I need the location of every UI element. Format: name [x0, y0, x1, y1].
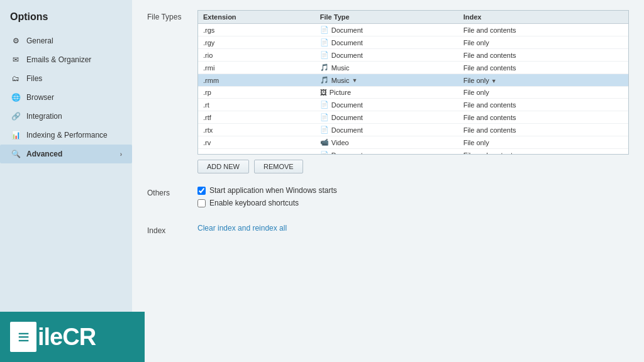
cell-filetype: 📄 Document	[315, 49, 458, 62]
table-row[interactable]: .rmi🎵 MusicFile and contents	[198, 62, 628, 74]
cell-filetype: 📄 Document	[315, 24, 458, 36]
emails-icon: ✉	[10, 54, 21, 65]
table-row[interactable]: .rtx📄 DocumentFile and contents	[198, 124, 628, 136]
col-index: Index	[458, 11, 628, 24]
cell-index: File and contents	[458, 124, 628, 136]
table-row[interactable]: .rgy📄 DocumentFile only	[198, 36, 628, 49]
cell-extension: .rv	[198, 136, 315, 149]
sidebar-item-files[interactable]: 🗂 Files	[0, 69, 132, 88]
start-windows-checkbox[interactable]	[197, 187, 206, 195]
keyboard-label: Enable keyboard shortcuts	[209, 199, 299, 207]
cell-index: File and contents	[458, 62, 628, 74]
remove-button[interactable]: REMOVE	[254, 160, 303, 173]
integration-icon: 🔗	[10, 111, 21, 122]
table-row[interactable]: .rp🖼 PictureFile only	[198, 87, 628, 99]
cell-filetype: 📄 Document	[315, 124, 458, 136]
cell-filetype: 🎵 Music ▼	[315, 74, 458, 87]
table-header-row: Extension File Type Index	[198, 11, 628, 24]
cell-index: File and contents	[458, 24, 628, 36]
start-windows-label: Start application when Windows starts	[209, 186, 337, 195]
cell-filetype: 🎵 Music	[315, 62, 458, 74]
table-row[interactable]: .rmm🎵 Music ▼File only ▼	[198, 74, 628, 87]
sidebar-item-integration[interactable]: 🔗 Integration	[0, 107, 132, 126]
cell-index: File only	[458, 87, 628, 99]
cell-extension: .rtf	[198, 111, 315, 124]
index-section: Index Clear index and reindex all	[147, 224, 629, 235]
cell-index: File and contents	[458, 111, 628, 124]
cell-index: File only	[458, 36, 628, 49]
files-icon: 🗂	[10, 73, 21, 84]
file-types-buttons: ADD NEW REMOVE	[197, 160, 629, 173]
keyboard-checkbox[interactable]	[197, 199, 206, 207]
file-types-content: Extension File Type Index .rgs📄 Document…	[197, 10, 629, 173]
cell-extension: .s	[198, 149, 315, 155]
cell-extension: .rgy	[198, 36, 315, 49]
sidebar-item-label: Files	[26, 74, 122, 83]
sidebar-item-label: Advanced	[26, 150, 120, 158]
chevron-right-icon: ›	[120, 151, 122, 158]
table-row[interactable]: .rgs📄 DocumentFile and contents	[198, 24, 628, 36]
sidebar-item-browser[interactable]: 🌐 Browser	[0, 88, 132, 107]
sidebar-item-label: Emails & Organizer	[26, 55, 122, 64]
others-section: Others Start application when Windows st…	[147, 186, 629, 211]
table-row[interactable]: .rv📹 VideoFile only	[198, 136, 628, 149]
cell-extension: .rmi	[198, 62, 315, 74]
others-content: Start application when Windows starts En…	[197, 186, 629, 211]
cell-index: File only ▼	[458, 74, 628, 87]
main-content: File Types Extension File Type Index .rg…	[132, 0, 644, 362]
sidebar-item-general[interactable]: ⚙ General	[0, 31, 132, 50]
browser-icon: 🌐	[10, 92, 21, 103]
cell-extension: .rmm	[198, 74, 315, 87]
cell-filetype: 📄 Document	[315, 111, 458, 124]
sidebar-item-label: Browser	[26, 93, 122, 102]
cell-extension: .rt	[198, 99, 315, 111]
table-row[interactable]: .s📄 DocumentFile and contents	[198, 149, 628, 155]
sidebar-item-label: Integration	[26, 112, 122, 121]
general-icon: ⚙	[10, 35, 21, 47]
checkbox-start-windows: Start application when Windows starts	[197, 186, 629, 195]
clear-index-link[interactable]: Clear index and reindex all	[197, 224, 287, 233]
sidebar-item-label: General	[26, 36, 122, 45]
cell-filetype: 📄 Document	[315, 99, 458, 111]
file-types-table-wrapper[interactable]: Extension File Type Index .rgs📄 Document…	[197, 10, 629, 155]
col-extension: Extension	[198, 11, 315, 24]
cell-index: File and contents	[458, 49, 628, 62]
checkbox-keyboard: Enable keyboard shortcuts	[197, 199, 629, 207]
cell-extension: .rp	[198, 87, 315, 99]
cell-index: File and contents	[458, 149, 628, 155]
index-section-label: Index	[147, 224, 197, 235]
cell-filetype: 🖼 Picture	[315, 87, 458, 99]
cell-filetype: 📹 Video	[315, 136, 458, 149]
file-types-table: Extension File Type Index .rgs📄 Document…	[198, 11, 628, 155]
sidebar: Options ⚙ General ✉ Emails & Organizer 🗂…	[0, 0, 132, 362]
sidebar-title: Options	[0, 6, 132, 31]
advanced-icon: 🔍	[10, 148, 21, 160]
add-new-button[interactable]: ADD NEW	[197, 160, 249, 173]
cell-index: File and contents	[458, 99, 628, 111]
watermark-logo: ≡ ileCR	[10, 322, 96, 352]
sidebar-item-advanced[interactable]: 🔍 Advanced ›	[0, 145, 132, 163]
watermark-f-icon: ≡	[10, 322, 36, 352]
cell-index: File only	[458, 136, 628, 149]
watermark: ≡ ileCR	[0, 312, 145, 362]
cell-extension: .rio	[198, 49, 315, 62]
index-content: Clear index and reindex all	[197, 224, 629, 235]
cell-extension: .rgs	[198, 24, 315, 36]
others-label: Others	[147, 186, 197, 211]
file-types-label: File Types	[147, 10, 197, 173]
cell-extension: .rtx	[198, 124, 315, 136]
table-row[interactable]: .rtf📄 DocumentFile and contents	[198, 111, 628, 124]
cell-filetype: 📄 Document	[315, 149, 458, 155]
file-types-section: File Types Extension File Type Index .rg…	[147, 10, 629, 173]
cell-filetype: 📄 Document	[315, 36, 458, 49]
col-filetype: File Type	[315, 11, 458, 24]
sidebar-item-emails[interactable]: ✉ Emails & Organizer	[0, 50, 132, 69]
table-row[interactable]: .rt📄 DocumentFile and contents	[198, 99, 628, 111]
sidebar-item-label: Indexing & Performance	[26, 131, 122, 140]
table-row[interactable]: .rio📄 DocumentFile and contents	[198, 49, 628, 62]
sidebar-item-indexing[interactable]: 📊 Indexing & Performance	[0, 126, 132, 145]
indexing-icon: 📊	[10, 129, 21, 141]
watermark-text: ileCR	[38, 324, 96, 351]
